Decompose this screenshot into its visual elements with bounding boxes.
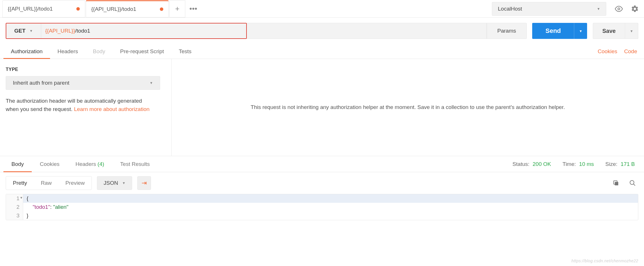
http-method-select[interactable]: GET ▼ bbox=[6, 23, 41, 38]
url-path: /todo1 bbox=[75, 28, 90, 34]
url-extension[interactable] bbox=[247, 23, 487, 39]
view-pretty[interactable]: Pretty bbox=[6, 176, 34, 190]
save-group: Save ▼ bbox=[593, 23, 638, 39]
svg-line-4 bbox=[633, 184, 635, 186]
chevron-down-icon: ▼ bbox=[29, 29, 33, 33]
code-line: 1▼ { bbox=[6, 194, 638, 203]
learn-more-link[interactable]: Learn more about authorization bbox=[74, 106, 150, 112]
request-tab-2[interactable]: {{API_URL}}/todo1 bbox=[86, 0, 169, 17]
view-preview[interactable]: Preview bbox=[59, 176, 92, 190]
chevron-down-icon: ▼ bbox=[579, 29, 583, 33]
auth-type-label: TYPE bbox=[6, 67, 166, 72]
svg-point-3 bbox=[630, 180, 634, 184]
gear-icon bbox=[631, 5, 639, 13]
chevron-down-icon: ▼ bbox=[122, 181, 126, 185]
http-method-value: GET bbox=[14, 28, 25, 34]
send-button[interactable]: Send bbox=[532, 23, 574, 39]
resp-tab-cookies[interactable]: Cookies bbox=[32, 156, 67, 172]
save-button[interactable]: Save bbox=[593, 23, 625, 39]
wrap-icon: ⇥ bbox=[142, 179, 147, 187]
code-line: 3 } bbox=[6, 211, 638, 220]
response-tabs: Body Cookies Headers (4) Test Results St… bbox=[0, 156, 644, 172]
tab-body[interactable]: Body bbox=[86, 44, 113, 59]
tab-authorization[interactable]: Authorization bbox=[3, 44, 50, 59]
code-line: 2 "todo1": "alien" bbox=[6, 203, 638, 211]
tab-tests[interactable]: Tests bbox=[171, 44, 199, 59]
environment-select[interactable]: LocalHost ▼ bbox=[492, 2, 606, 16]
code-link[interactable]: Code bbox=[621, 48, 641, 55]
environment-quicklook-button[interactable] bbox=[612, 2, 626, 16]
resp-tab-headers[interactable]: Headers (4) bbox=[67, 156, 112, 172]
wrap-lines-button[interactable]: ⇥ bbox=[137, 176, 151, 190]
svg-point-0 bbox=[618, 8, 620, 10]
resp-tab-test-results[interactable]: Test Results bbox=[112, 156, 158, 172]
chevron-down-icon: ▼ bbox=[597, 7, 600, 11]
copy-response-button[interactable] bbox=[610, 177, 622, 189]
auth-left-column: TYPE Inherit auth from parent ▼ The auth… bbox=[0, 59, 172, 156]
response-size: Size: 171 B bbox=[600, 161, 641, 167]
unsaved-dot-icon bbox=[160, 7, 163, 11]
view-raw[interactable]: Raw bbox=[34, 176, 59, 190]
line-number: 2 bbox=[6, 203, 23, 211]
code-text: "todo1": "alien" bbox=[23, 203, 72, 211]
search-icon bbox=[629, 180, 636, 186]
body-format-select[interactable]: JSON ▼ bbox=[97, 176, 132, 190]
authorization-pane: TYPE Inherit auth from parent ▼ The auth… bbox=[0, 59, 644, 156]
url-input[interactable]: {{API_URL}}/todo1 bbox=[41, 23, 246, 38]
resp-tab-body[interactable]: Body bbox=[3, 156, 32, 172]
request-tab-label: {{API_URL}}/todo1 bbox=[91, 6, 136, 12]
tab-menu-button[interactable]: ••• bbox=[185, 0, 201, 17]
svg-rect-1 bbox=[615, 182, 618, 185]
params-button[interactable]: Params bbox=[487, 23, 526, 39]
request-tabs-strip: {{API_URL}}/todo1 {{API_URL}}/todo1 + ••… bbox=[2, 0, 492, 17]
auth-description: The authorization header will be automat… bbox=[6, 97, 154, 114]
cookies-link[interactable]: Cookies bbox=[594, 48, 621, 55]
chevron-down-icon: ▼ bbox=[150, 81, 153, 85]
copy-icon bbox=[613, 180, 619, 186]
url-container: GET ▼ {{API_URL}}/todo1 Params bbox=[6, 23, 526, 39]
request-tab-label: {{API_URL}}/todo1 bbox=[8, 6, 53, 12]
top-bar: {{API_URL}}/todo1 {{API_URL}}/todo1 + ••… bbox=[0, 0, 644, 18]
save-dropdown-button[interactable]: ▼ bbox=[625, 23, 638, 39]
eye-icon bbox=[615, 5, 623, 13]
new-tab-button[interactable]: + bbox=[169, 0, 185, 17]
response-time: Time: 10 ms bbox=[557, 161, 600, 167]
request-tab-1[interactable]: {{API_URL}}/todo1 bbox=[2, 0, 85, 17]
settings-button[interactable] bbox=[628, 2, 642, 16]
method-url-group: GET ▼ {{API_URL}}/todo1 bbox=[6, 23, 247, 39]
plus-icon: + bbox=[175, 4, 179, 13]
response-status: Status: 200 OK bbox=[507, 161, 557, 167]
code-text: { bbox=[23, 194, 32, 203]
fold-icon[interactable]: ▼ bbox=[20, 196, 23, 199]
chevron-down-icon: ▼ bbox=[630, 29, 633, 33]
tab-headers[interactable]: Headers bbox=[50, 44, 86, 59]
response-body-toolbar: Pretty Raw Preview JSON ▼ ⇥ bbox=[0, 172, 644, 194]
auth-type-value: Inherit auth from parent bbox=[13, 80, 69, 86]
auth-type-select[interactable]: Inherit auth from parent ▼ bbox=[6, 76, 160, 90]
code-text: } bbox=[23, 211, 32, 220]
tab-pre-request-script[interactable]: Pre-request Script bbox=[113, 44, 171, 59]
line-number: 1▼ bbox=[6, 194, 23, 203]
send-dropdown-button[interactable]: ▼ bbox=[574, 23, 587, 39]
unsaved-dot-icon bbox=[76, 7, 80, 11]
body-view-segment: Pretty Raw Preview bbox=[6, 176, 92, 190]
line-number: 3 bbox=[6, 211, 23, 220]
ellipsis-icon: ••• bbox=[189, 4, 197, 13]
send-group: Send ▼ bbox=[532, 23, 587, 39]
auth-right-message: This request is not inheriting any autho… bbox=[172, 59, 644, 156]
url-variable: {{API_URL}} bbox=[45, 28, 75, 34]
search-response-button[interactable] bbox=[627, 177, 638, 189]
response-body-code[interactable]: 1▼ { 2 "todo1": "alien" 3 } bbox=[6, 194, 638, 220]
request-row: GET ▼ {{API_URL}}/todo1 Params Send ▼ Sa… bbox=[0, 18, 644, 44]
environment-selected: LocalHost bbox=[498, 6, 522, 12]
request-section-tabs: Authorization Headers Body Pre-request S… bbox=[0, 44, 644, 59]
